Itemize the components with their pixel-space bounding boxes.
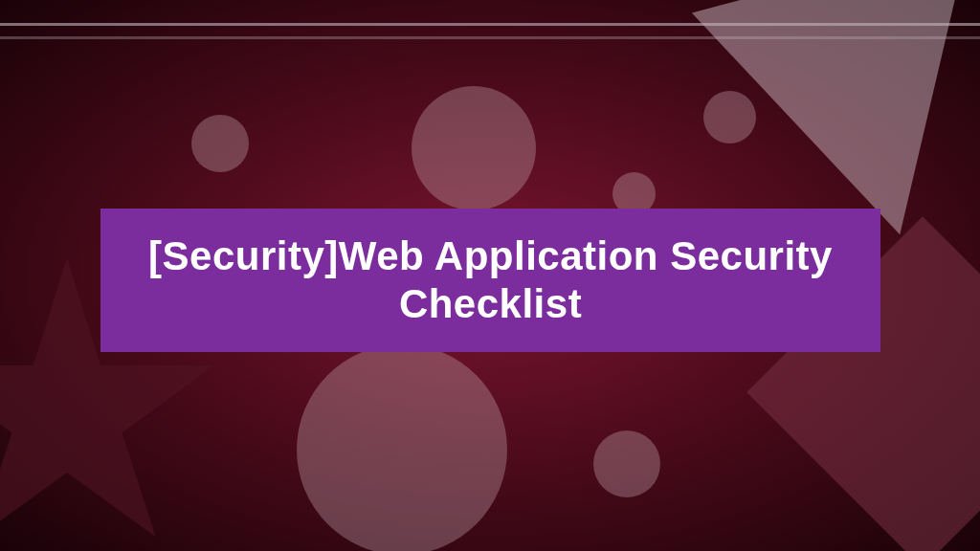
title-banner: [Security]Web Application Security Check… (100, 209, 880, 352)
circle-shape-2 (412, 86, 536, 210)
banner-title: [Security]Web Application Security Check… (139, 232, 842, 329)
circle-shape-5 (297, 344, 507, 551)
circle-shape-4 (703, 91, 756, 143)
circle-shape-6 (593, 430, 660, 497)
circle-shape-1 (191, 115, 249, 172)
